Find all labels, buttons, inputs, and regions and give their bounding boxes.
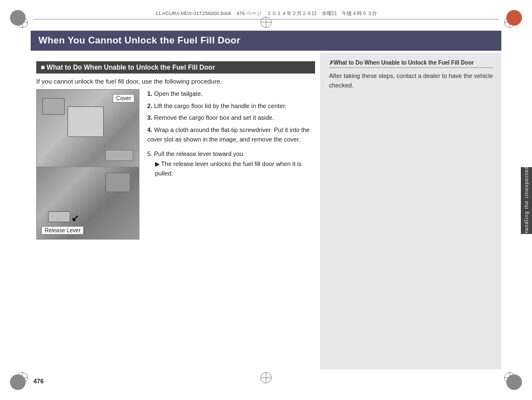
page-header-title: When You Cannot Unlock the Fuel Fill Doo… — [38, 35, 240, 46]
step-2-text: Lift the cargo floor lid by the handle i… — [154, 103, 286, 109]
page-number: 476 — [33, 378, 43, 384]
step-2: 2. Lift the cargo floor lid by the handl… — [147, 101, 315, 111]
arrow-icon: ↙ — [71, 213, 79, 223]
step-3: 3. Remove the cargo floor box and set it… — [147, 113, 315, 123]
step-1: 1. Open the tailgate. — [147, 89, 315, 99]
top-bar-text: 11 ACURA MDX-31TZ56000.book 476 ページ ２０１４… — [155, 11, 376, 16]
step-5: 5. Pull the release lever toward you. ▶ … — [147, 149, 315, 179]
release-lever-label: Release Lever — [41, 226, 84, 235]
lever-component — [48, 211, 70, 222]
right-column: ✗What to Do When Unable to Unlock the Fu… — [321, 53, 501, 369]
step-5-sub: ▶ The release lever unlocks the fuel fil… — [155, 159, 315, 179]
content-area: Cover ↙ Release Lever 1. Open — [36, 89, 315, 240]
release-detail — [105, 173, 130, 192]
step-3-text: Remove the cargo floor box and set it as… — [154, 114, 274, 121]
right-body-text: After taking these steps, contact a deal… — [329, 71, 494, 90]
images-container: Cover ↙ Release Lever — [36, 89, 139, 240]
circle-fill-bottom-right — [506, 374, 522, 390]
circle-fill-bottom-left — [10, 374, 26, 390]
reg-mark-bottom-middle — [260, 372, 272, 383]
step-4: 4. Wrap a cloth around the flat-tip scre… — [147, 125, 315, 145]
interior-detail-1 — [42, 98, 65, 115]
cover-component — [67, 106, 104, 137]
step-5-text: Pull the release lever toward you. — [154, 150, 245, 157]
step-1-text: Open the tailgate. — [154, 90, 202, 97]
steps-container: 1. Open the tailgate. 2. Lift the cargo … — [147, 89, 315, 179]
circle-fill-top-left — [10, 10, 26, 26]
main-content: ■ What to Do When Unable to Unlock the F… — [31, 53, 501, 369]
image-cover: Cover — [36, 89, 139, 167]
step-5-num: 5. — [147, 150, 152, 157]
image-release: ↙ Release Lever — [36, 167, 139, 240]
interior-detail-2 — [105, 150, 133, 161]
step-1-num: 1. — [147, 90, 152, 97]
side-tab-text: Handling the Unexpected — [524, 166, 529, 235]
top-bar: 11 ACURA MDX-31TZ56000.book 476 ページ ２０１４… — [33, 10, 499, 19]
step-4-text: Wrap a cloth around the flat-tip screwdr… — [147, 126, 309, 143]
circle-fill-top-right — [506, 10, 522, 26]
section-heading-text: ■ What to Do When Unable to Unlock the F… — [41, 64, 215, 71]
left-column: ■ What to Do When Unable to Unlock the F… — [31, 53, 321, 369]
side-tab: Handling the Unexpected — [521, 167, 532, 234]
page-header: When You Cannot Unlock the Fuel Fill Doo… — [31, 31, 501, 51]
step-2-num: 2. — [147, 103, 152, 109]
section-header: ■ What to Do When Unable to Unlock the F… — [36, 61, 315, 74]
step-4-num: 4. — [147, 126, 152, 133]
right-section-title: ✗What to Do When Unable to Unlock the Fu… — [329, 60, 494, 68]
cover-label: Cover — [113, 94, 134, 103]
intro-text: If you cannot unlock the fuel fill door,… — [36, 78, 315, 85]
step-3-num: 3. — [147, 114, 152, 121]
